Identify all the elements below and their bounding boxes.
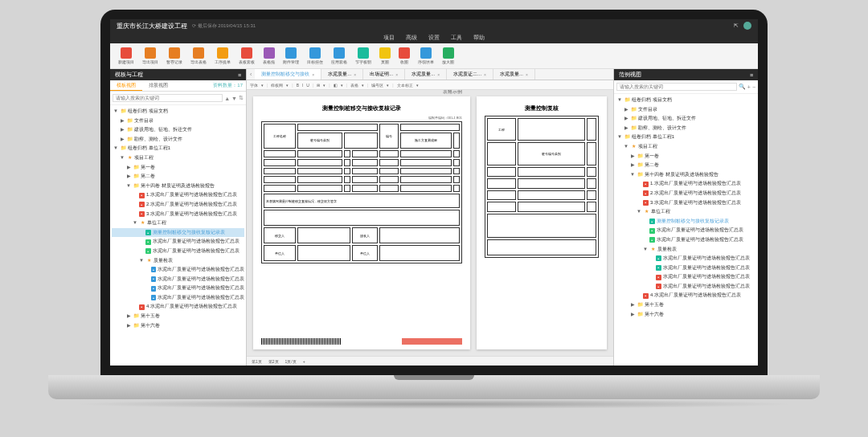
tree-item[interactable]: ▼★单位工程 xyxy=(112,218,244,228)
close-icon[interactable]: × xyxy=(312,72,314,77)
tree-item[interactable]: ▼📁组卷归档 项目文档 xyxy=(112,107,244,116)
close-icon[interactable]: × xyxy=(526,72,528,77)
tree-item[interactable]: ▪水泥出厂质量证明与进场检验报告汇总表 xyxy=(616,272,756,282)
tool-暂存记录[interactable]: 暂存记录 xyxy=(163,46,186,66)
format-btn[interactable]: 表格 xyxy=(350,83,358,88)
tree-item[interactable]: ▼★质量检表 xyxy=(616,245,756,255)
tree-item[interactable]: ▶📁文件目录 xyxy=(112,116,244,126)
tool-附件管理[interactable]: 附件管理 xyxy=(280,46,302,66)
tool-表格拖[interactable]: 表格拖 xyxy=(260,46,278,66)
tree-item[interactable]: ▪水泥出厂质量证明与进场检验报告汇总表 xyxy=(616,254,756,263)
tree-item[interactable]: ▶📁第十五卷 xyxy=(112,312,244,321)
tool-序领填单[interactable]: 序领填单 xyxy=(415,46,437,66)
tree-item[interactable]: ▪4.水泥出厂质量证明与进场检验报告汇总表 xyxy=(112,302,244,312)
tree-item[interactable]: ▪测量控制桩移交与接收复核记录表 xyxy=(112,228,244,238)
pager-item[interactable]: 1页/页 xyxy=(285,359,297,364)
tree-item[interactable]: ▼📁第十四卷 材质证明及进场检验报告 xyxy=(616,170,756,180)
format-btn[interactable]: ▾ xyxy=(261,83,264,88)
format-btn[interactable]: B xyxy=(297,83,299,88)
tree-item[interactable]: ▼★质量检表 xyxy=(112,256,244,266)
tool-放大图[interactable]: 放大图 xyxy=(439,46,457,66)
format-btn[interactable]: ▾ xyxy=(387,83,389,88)
tool-导出表格[interactable]: 导出表格 xyxy=(187,46,210,66)
doc-tab[interactable]: 水泥质量...× xyxy=(321,69,363,80)
doc-tab[interactable]: 水泥质量...× xyxy=(405,69,447,80)
tool-收图[interactable]: 收图 xyxy=(395,46,413,66)
tree-item[interactable]: ▼📁组卷归档 项目文档 xyxy=(616,96,756,105)
format-btn[interactable]: 样板网 xyxy=(271,83,283,88)
tree-item[interactable]: ▼📁组卷归档 单位工程1 xyxy=(112,144,244,153)
format-btn[interactable]: ⊞ xyxy=(317,83,320,88)
close-icon[interactable]: × xyxy=(395,72,398,77)
doc-tab[interactable]: 出场证明...× xyxy=(363,69,405,80)
menu-帮助[interactable]: 帮助 xyxy=(473,34,485,42)
format-btn[interactable]: ▾ xyxy=(416,83,419,88)
add-icon[interactable]: + xyxy=(747,84,751,90)
sort-down-icon[interactable]: ▼ xyxy=(231,96,237,101)
menu-工具[interactable]: 工具 xyxy=(451,34,462,42)
tree-item[interactable]: ▼★单位工程 xyxy=(616,207,756,217)
doc-tab[interactable]: 水泥质量...× xyxy=(493,69,535,80)
export-icon[interactable]: ⇱ xyxy=(734,22,739,29)
tree-item[interactable]: ▪水泥出厂质量证明与进场检验报告汇总表 xyxy=(112,275,244,284)
remove-icon[interactable]: − xyxy=(752,84,755,90)
pager-item[interactable]: 第2页 xyxy=(268,359,279,364)
tree-item[interactable]: ▶📁第二卷 xyxy=(112,172,244,182)
format-btn[interactable]: ▾ xyxy=(286,83,289,88)
menu-高级[interactable]: 高级 xyxy=(406,34,417,42)
close-icon[interactable]: × xyxy=(437,72,440,77)
tool-目标挂住[interactable]: 目标挂住 xyxy=(304,46,326,66)
tool-表板套板[interactable]: 表板套板 xyxy=(235,46,258,66)
tree-item[interactable]: ▪水泥出厂质量证明与进场检验报告汇总表 xyxy=(112,284,244,293)
format-btn[interactable]: 编号区 xyxy=(371,83,383,88)
tool-应用套格[interactable]: 应用套格 xyxy=(328,46,350,66)
format-btn[interactable]: 字体 xyxy=(250,83,258,88)
tool-新建项目[interactable]: 新建项目 xyxy=(115,46,137,66)
tree-item[interactable]: ▪3.水泥出厂质量证明与进场检验报告汇总表 xyxy=(616,198,756,208)
panel-menu-icon[interactable]: ≡ xyxy=(238,72,241,78)
menu-项目[interactable]: 项目 xyxy=(383,34,395,42)
tree-item[interactable]: ▶📁第二卷 xyxy=(616,161,756,170)
menu-设置[interactable]: 设置 xyxy=(428,34,440,42)
tree-item[interactable]: ▪水泥出厂质量证明与进场检验报告汇总表 xyxy=(616,235,756,245)
tree-item[interactable]: ▼📁第十四卷 材质证明及进场检验报告 xyxy=(112,182,244,191)
format-btn[interactable]: ▾ xyxy=(362,83,364,88)
avatar[interactable] xyxy=(743,22,751,30)
format-btn[interactable]: ▾ xyxy=(341,83,343,88)
tree-item[interactable]: ▪水泥出厂质量证明与进场检验报告汇总表 xyxy=(616,263,756,273)
tool-工序提单[interactable]: 工序提单 xyxy=(211,46,234,66)
tree-item[interactable]: ▪水泥出厂质量证明与进场检验报告汇总表 xyxy=(616,282,756,292)
tree-item[interactable]: ▪水泥出厂质量证明与进场检验报告汇总表 xyxy=(112,247,244,256)
tree-item[interactable]: ▪水泥出厂质量证明与进场检验报告汇总表 xyxy=(112,293,244,303)
left-search-input[interactable] xyxy=(113,94,223,102)
tree-item[interactable]: ▪3.水泥出厂质量证明与进场检验报告汇总表 xyxy=(112,210,244,219)
tree-item[interactable]: ▶📁第十六卷 xyxy=(112,321,244,331)
expand-icon[interactable]: ⇅ xyxy=(239,95,244,101)
tree-item[interactable]: ▪水泥出厂质量证明与进场检验报告汇总表 xyxy=(112,265,244,275)
tree-item[interactable]: ▼📁组卷归档 单位工程1 xyxy=(616,133,756,142)
tool-导出项目[interactable]: 导出项目 xyxy=(139,46,162,66)
tree-item[interactable]: ▶📁第十五卷 xyxy=(616,300,756,310)
tree-item[interactable]: ▶📁第一卷 xyxy=(616,152,756,161)
tree-item[interactable]: ▶📁勘察、测绘、设计文件 xyxy=(616,124,756,133)
tree-item[interactable]: ▪2.水泥出厂质量证明与进场检验报告汇总表 xyxy=(112,200,244,210)
tree-item[interactable]: ▪测量控制桩移交与接收复核记录表 xyxy=(616,217,756,227)
pager-item[interactable]: + xyxy=(303,359,305,364)
tree-item[interactable]: ▪水泥出厂质量证明与进场检验报告汇总表 xyxy=(616,226,756,235)
right-search-input[interactable] xyxy=(616,83,737,91)
panel-menu-icon[interactable]: ≡ xyxy=(750,72,753,78)
tree-item[interactable]: ▪1.水泥出厂质量证明与进场检验报告汇总表 xyxy=(616,179,756,189)
tool-页图[interactable]: 页图 xyxy=(376,46,394,66)
format-btn[interactable]: I xyxy=(302,83,303,88)
tree-item[interactable]: ▶📁建设用地、征地、拆迁文件 xyxy=(112,125,244,135)
tree-item[interactable]: ▼★项目工程 xyxy=(112,153,244,163)
tree-item[interactable]: ▶📁勘察、测绘、设计文件 xyxy=(112,135,244,145)
tree-item[interactable]: ▶📁第十六卷 xyxy=(616,310,756,320)
tab-template-view[interactable]: 模板视图 xyxy=(110,80,142,91)
tree-item[interactable]: ▪4.水泥出厂质量证明与进场检验报告汇总表 xyxy=(616,291,756,300)
tree-item[interactable]: ▼★项目工程 xyxy=(616,142,756,152)
tab-sort-view[interactable]: 排股视图 xyxy=(142,80,174,91)
sort-up-icon[interactable]: ▲ xyxy=(224,96,230,101)
tree-item[interactable]: ▪2.水泥出厂质量证明与进场检验报告汇总表 xyxy=(616,189,756,198)
tool-节字板明[interactable]: 节字板明 xyxy=(352,46,375,66)
